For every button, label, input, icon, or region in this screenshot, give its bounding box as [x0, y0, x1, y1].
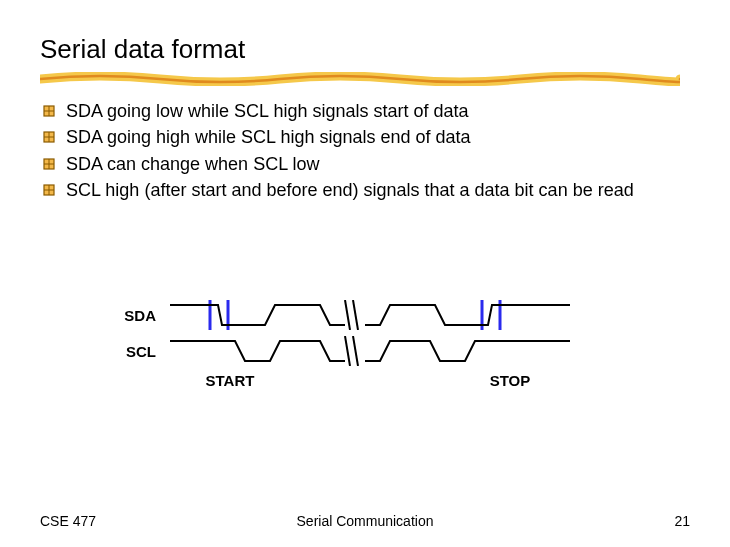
bullet-list: SDA going low while SCL high signals sta…	[42, 99, 690, 202]
condition-labels: START STOP	[40, 372, 690, 389]
sda-row: SDA	[40, 300, 690, 330]
bullet-icon	[42, 104, 56, 118]
list-item: SDA can change when SCL low	[42, 152, 690, 176]
scl-label: SCL	[40, 343, 170, 360]
footer-center: Serial Communication	[40, 513, 690, 529]
slide: Serial data format SDA going low while S…	[0, 0, 730, 547]
spacer	[40, 372, 170, 389]
spacer	[290, 372, 460, 389]
list-item: SDA going high while SCL high signals en…	[42, 125, 690, 149]
footer: Serial Communication CSE 477 21	[40, 513, 690, 529]
footer-left: CSE 477	[40, 513, 96, 529]
bullet-text: SDA going high while SCL high signals en…	[66, 125, 471, 149]
list-item: SCL high (after start and before end) si…	[42, 178, 690, 202]
svg-line-14	[345, 300, 350, 330]
bullet-text: SCL high (after start and before end) si…	[66, 178, 634, 202]
scl-row: SCL	[40, 336, 690, 366]
bullet-icon	[42, 183, 56, 197]
bullet-icon	[42, 157, 56, 171]
bullet-text: SDA going low while SCL high signals sta…	[66, 99, 469, 123]
title-underline-icon	[40, 72, 680, 86]
scl-waveform-icon	[170, 336, 570, 366]
svg-line-17	[353, 336, 358, 366]
list-item: SDA going low while SCL high signals sta…	[42, 99, 690, 123]
bullet-icon	[42, 130, 56, 144]
slide-title: Serial data format	[40, 34, 690, 65]
page-number: 21	[674, 513, 690, 529]
sda-waveform-icon	[170, 300, 570, 330]
sda-label: SDA	[40, 307, 170, 324]
bullet-text: SDA can change when SCL low	[66, 152, 320, 176]
timing-diagram: SDA SCL	[40, 300, 690, 389]
svg-line-16	[345, 336, 350, 366]
start-label: START	[170, 372, 290, 389]
stop-label: STOP	[460, 372, 560, 389]
svg-line-15	[353, 300, 358, 330]
